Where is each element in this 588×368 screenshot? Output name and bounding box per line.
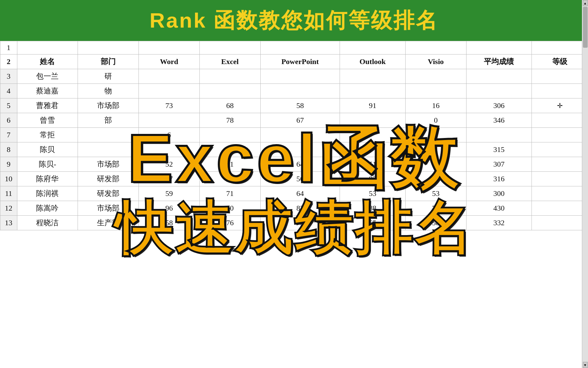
cell-dept: 物 xyxy=(78,84,139,98)
cross-icon: ✛ xyxy=(557,102,563,109)
cell-word xyxy=(139,84,200,98)
rownum-11: 11 xyxy=(0,186,17,201)
rownum-12: 12 xyxy=(0,201,17,216)
cell-grade xyxy=(532,201,588,216)
table-row: 8 陈贝 315 xyxy=(0,142,588,157)
cell-visio: 0 xyxy=(405,113,466,128)
cell-excel: 71 xyxy=(199,186,260,201)
cell-grade xyxy=(532,142,588,157)
cell-grade: ✛ xyxy=(532,98,588,113)
col-name-header: 姓名 xyxy=(17,55,78,69)
cell-ppt: 64 xyxy=(260,157,340,172)
cell-name: 曾雪 xyxy=(17,113,78,128)
cell-avg xyxy=(466,69,532,84)
col-excel-header: Excel xyxy=(199,55,260,69)
cell-avg: 300 xyxy=(466,186,532,201)
main-container: Rank 函数教您如何等级排名 1 xyxy=(0,0,588,368)
header-banner: Rank 函数教您如何等级排名 xyxy=(0,0,588,41)
cell-outlook xyxy=(340,142,406,157)
scroll-thumb[interactable] xyxy=(583,7,588,48)
cell-name: 曹雅君 xyxy=(17,98,78,113)
cell-avg: 346 xyxy=(466,113,532,128)
cell-avg xyxy=(466,128,532,142)
rownum-5: 5 xyxy=(0,98,17,113)
cell-ppt: 67 xyxy=(260,113,340,128)
cell-word: 57 xyxy=(139,172,200,186)
cell-excel: 68 xyxy=(199,98,260,113)
cell-dept: 生产部 xyxy=(78,216,139,230)
col-visio-header: Visio xyxy=(405,55,466,69)
cell-outlook xyxy=(340,69,406,84)
cell-outlook xyxy=(340,113,406,128)
header-title: Rank 函数教您如何等级排名 xyxy=(0,6,588,35)
col-avg-header: 平均成绩 xyxy=(466,55,532,69)
table-row: 5 曹雅君 市场部 73 68 58 91 16 306 ✛ xyxy=(0,98,588,113)
cell-visio xyxy=(405,69,466,84)
cell-ppt xyxy=(260,84,340,98)
cell-1-ppt xyxy=(260,41,340,55)
cell-excel xyxy=(199,69,260,84)
cell-avg: 316 xyxy=(466,172,532,186)
cell-name: 陈贝 xyxy=(17,142,78,157)
table-row: 13 程晓洁 生产部 58 76 75 65 58 332 xyxy=(0,216,588,230)
cell-outlook: 91 xyxy=(340,98,406,113)
cell-visio: 16 xyxy=(405,98,466,113)
scroll-up-arrow[interactable]: ▲ xyxy=(583,0,588,6)
table-row: 4 蔡迪嘉 物 xyxy=(0,84,588,98)
cell-outlook: 65 xyxy=(340,216,406,230)
column-header-row: 2 姓名 部门 Word Excel PowerPoint Outlook Vi… xyxy=(0,55,588,69)
cell-1-name xyxy=(17,41,78,55)
cell-name: 陈嵩吟 xyxy=(17,201,78,216)
right-scrollbar[interactable]: ▲ ▼ xyxy=(582,0,588,368)
cell-grade xyxy=(532,216,588,230)
table-row: 6 曾雪 部 78 67 0 346 xyxy=(0,113,588,128)
cell-avg: 306 xyxy=(466,98,532,113)
data-table: 1 2 姓名 部门 Word Excel PowerPoint Outlook xyxy=(0,41,588,230)
table-row: 11 陈润祺 研发部 59 71 64 53 53 300 xyxy=(0,186,588,201)
cell-grade xyxy=(532,69,588,84)
rownum-header: 2 xyxy=(0,55,17,69)
cell-1-visio xyxy=(405,41,466,55)
cell-outlook: 88 xyxy=(340,201,406,216)
cell-outlook: 53 xyxy=(340,186,406,201)
cell-visio: 62 xyxy=(405,172,466,186)
cell-name: 陈府华 xyxy=(17,172,78,186)
cell-outlook: 51 xyxy=(340,157,406,172)
cell-excel xyxy=(199,128,260,142)
cell-grade xyxy=(532,128,588,142)
cell-excel xyxy=(199,142,260,157)
rownum-7: 7 xyxy=(0,128,17,142)
cell-word: 73 xyxy=(139,98,200,113)
table-row: 3 包一兰 研 xyxy=(0,69,588,84)
cell-dept xyxy=(78,142,139,157)
cell-excel: 78 xyxy=(199,113,260,128)
cell-outlook xyxy=(340,84,406,98)
cell-word xyxy=(139,142,200,157)
cell-visio xyxy=(405,142,466,157)
cell-visio: 74 xyxy=(405,201,466,216)
cell-dept: 市场部 xyxy=(78,98,139,113)
table-row: 7 常拒 6 xyxy=(0,128,588,142)
rownum-1: 1 xyxy=(0,41,17,55)
table-row: 9 陈贝- 市场部 52 81 64 51 59 307 xyxy=(0,157,588,172)
cell-grade xyxy=(532,84,588,98)
cell-ppt: 58 xyxy=(260,98,340,113)
cell-name: 常拒 xyxy=(17,128,78,142)
cell-visio xyxy=(405,128,466,142)
cell-ppt: 64 xyxy=(260,186,340,201)
col-word-header: Word xyxy=(139,55,200,69)
cell-1-excel xyxy=(199,41,260,55)
table-row: 10 陈府华 研发部 57 58 56 83 62 316 xyxy=(0,172,588,186)
cell-name: 包一兰 xyxy=(17,69,78,84)
cell-avg: 430 xyxy=(466,201,532,216)
cell-dept: 研 xyxy=(78,69,139,84)
cell-1-word xyxy=(139,41,200,55)
cell-grade xyxy=(532,157,588,172)
cell-word: 58 xyxy=(139,216,200,230)
scroll-down-arrow[interactable]: ▼ xyxy=(583,362,588,368)
cell-dept: 研发部 xyxy=(78,172,139,186)
table-row: 12 陈嵩吟 市场部 96 90 82 88 74 430 xyxy=(0,201,588,216)
col-outlook-header: Outlook xyxy=(340,55,406,69)
cell-grade xyxy=(532,186,588,201)
rownum-8: 8 xyxy=(0,142,17,157)
